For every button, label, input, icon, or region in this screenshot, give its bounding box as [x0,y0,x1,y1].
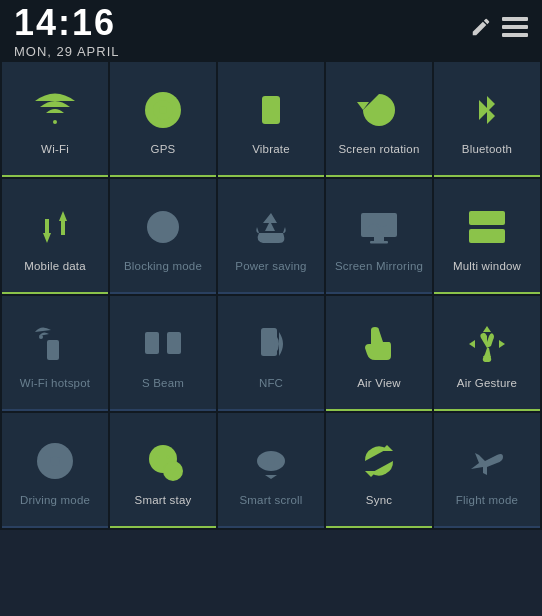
tile-wifi-hotspot[interactable]: Wi-Fi hotspot [2,296,108,411]
svg-rect-14 [45,219,49,235]
tile-air-view[interactable]: Air View [326,296,432,411]
svg-rect-26 [145,332,159,354]
svg-point-41 [156,455,160,459]
tile-blocking-mode[interactable]: Blocking mode [110,179,216,294]
svg-rect-16 [61,219,65,235]
tile-multi-window[interactable]: Multi window [434,179,540,294]
svg-rect-21 [370,241,388,244]
flight-mode-label: Flight mode [456,493,518,508]
date-display: MON, 29 APRIL [14,44,119,59]
vibrate-label: Vibrate [252,142,290,157]
svg-rect-20 [374,237,384,241]
status-icons [470,16,528,44]
menu-icon[interactable] [502,16,528,44]
svg-point-5 [159,106,167,114]
screen-rotation-icon [353,84,405,136]
screen-mirroring-icon [353,201,405,253]
mobile-data-label: Mobile data [24,259,86,274]
smart-stay-icon [137,435,189,487]
power-saving-icon [245,201,297,253]
tile-driving-mode[interactable]: Driving mode [2,413,108,528]
tile-smart-scroll[interactable]: Smart scroll [218,413,324,528]
nfc-icon [245,318,297,370]
bluetooth-label: Bluetooth [462,142,512,157]
vibrate-icon [245,84,297,136]
quick-settings-grid: Wi-Fi GPS [0,60,542,530]
smart-stay-label: Smart stay [135,493,192,508]
svg-rect-0 [502,17,528,21]
multi-window-label: Multi window [453,259,521,274]
flight-mode-icon [461,435,513,487]
sync-icon [353,435,405,487]
svg-rect-1 [502,25,528,29]
s-beam-label: S Beam [142,376,184,391]
wifi-hotspot-icon [29,318,81,370]
smart-scroll-label: Smart scroll [239,493,302,508]
tile-mobile-data[interactable]: Mobile data [2,179,108,294]
tile-flight-mode[interactable]: Flight mode [434,413,540,528]
svg-point-46 [267,457,275,465]
wifi-label: Wi-Fi [41,142,69,157]
gps-icon [137,84,189,136]
svg-point-42 [166,455,170,459]
tile-vibrate[interactable]: Vibrate [218,62,324,177]
edit-icon [470,16,492,44]
screen-rotation-label: Screen rotation [339,142,420,157]
tile-power-saving[interactable]: Power saving [218,179,324,294]
s-beam-icon [137,318,189,370]
air-view-icon [353,318,405,370]
tile-screen-mirroring[interactable]: Screen Mirroring [326,179,432,294]
svg-marker-32 [483,326,491,332]
time-display: 14:16 [14,2,116,44]
svg-point-35 [50,456,60,466]
sync-label: Sync [366,493,392,508]
wifi-hotspot-label: Wi-Fi hotspot [20,376,90,391]
svg-marker-30 [469,340,475,348]
driving-mode-icon [29,435,81,487]
air-gesture-icon [461,318,513,370]
nfc-label: NFC [259,376,283,391]
smart-scroll-icon [245,435,297,487]
driving-mode-label: Driving mode [20,493,90,508]
air-gesture-label: Air Gesture [457,376,517,391]
multi-window-icon [461,201,513,253]
tile-gps[interactable]: GPS [110,62,216,177]
svg-rect-10 [262,96,280,124]
svg-point-25 [39,335,43,339]
tile-air-gesture[interactable]: Air Gesture [434,296,540,411]
screen-mirroring-label: Screen Mirroring [335,259,423,274]
wifi-icon [29,84,81,136]
svg-rect-27 [167,332,181,354]
tile-smart-stay[interactable]: Smart stay [110,413,216,528]
svg-rect-24 [47,340,59,360]
svg-marker-31 [499,340,505,348]
gps-label: GPS [151,142,176,157]
svg-point-17 [147,211,179,243]
blocking-mode-icon [137,201,189,253]
power-saving-label: Power saving [235,259,306,274]
svg-rect-2 [502,33,528,37]
svg-rect-22 [469,211,505,225]
mobile-data-icon [29,201,81,253]
tile-sync[interactable]: Sync [326,413,432,528]
tile-screen-rotation[interactable]: Screen rotation [326,62,432,177]
svg-rect-23 [469,229,505,243]
status-bar: 14:16 MON, 29 APRIL [0,0,542,60]
tile-bluetooth[interactable]: Bluetooth [434,62,540,177]
tile-s-beam[interactable]: S Beam [110,296,216,411]
air-view-label: Air View [357,376,401,391]
bluetooth-icon [461,84,513,136]
blocking-mode-label: Blocking mode [124,259,202,274]
tile-nfc[interactable]: NFC [218,296,324,411]
tile-wifi[interactable]: Wi-Fi [2,62,108,177]
